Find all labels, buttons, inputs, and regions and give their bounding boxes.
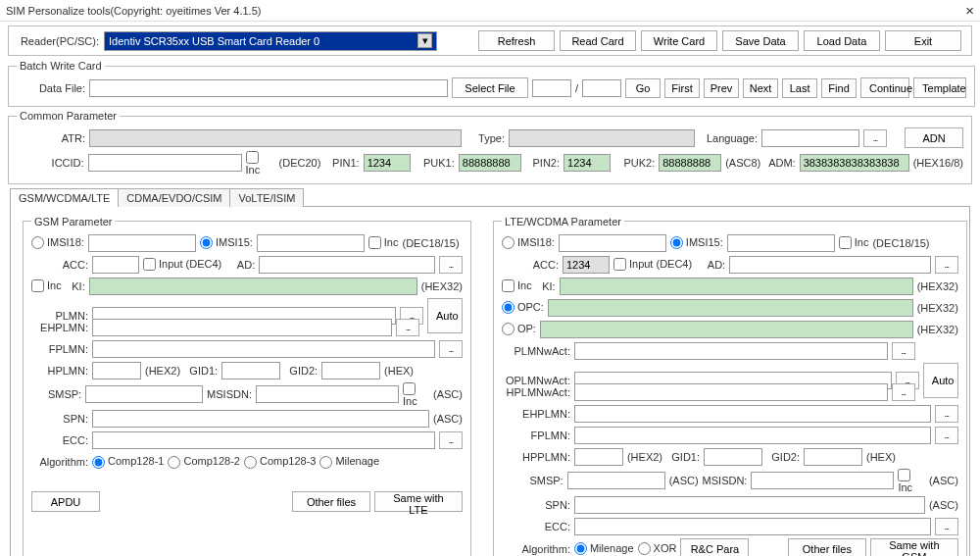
- type-input[interactable]: [509, 129, 695, 147]
- lte-opc-radio[interactable]: OPC:: [502, 301, 544, 315]
- lte-msisdn-input[interactable]: [751, 472, 894, 489]
- lte-op-radio[interactable]: OP:: [502, 323, 536, 336]
- gsm-msisdn-input[interactable]: [256, 385, 399, 403]
- exit-button[interactable]: Exit: [885, 30, 961, 51]
- savedata-button[interactable]: Save Data: [722, 30, 799, 51]
- gsm-imsi15-radio[interactable]: IMSI15:: [200, 236, 253, 250]
- lte-ad-dots[interactable]: ...: [935, 256, 958, 274]
- loaddata-button[interactable]: Load Data: [804, 30, 880, 51]
- batch-from-input[interactable]: [532, 79, 571, 97]
- lte-msisdn-inc-checkbox[interactable]: Inc: [898, 469, 924, 494]
- prev-button[interactable]: Prev: [704, 78, 739, 98]
- language-dots-button[interactable]: ...: [863, 129, 887, 147]
- next-button[interactable]: Next: [743, 78, 778, 98]
- template-button[interactable]: Template: [913, 77, 966, 98]
- gsm-smsp-input[interactable]: [85, 385, 203, 403]
- lte-plmnwact-dots[interactable]: ...: [892, 342, 915, 360]
- language-input[interactable]: [761, 129, 859, 147]
- lte-imsi15-input[interactable]: [727, 234, 835, 252]
- puk1-input[interactable]: [459, 154, 521, 172]
- lte-inputdec4-checkbox[interactable]: Input (DEC4): [613, 258, 692, 272]
- adn-button[interactable]: ADN: [905, 127, 963, 148]
- find-button[interactable]: Find: [821, 78, 857, 98]
- go-button[interactable]: Go: [625, 78, 661, 98]
- gsm-otherfiles-button[interactable]: Other files: [292, 491, 370, 512]
- gsm-fplmn-input[interactable]: [92, 340, 435, 358]
- rcpara-button[interactable]: R&C Para: [680, 538, 749, 556]
- lte-milenage-radio[interactable]: Milenage: [574, 542, 634, 556]
- pin2-input[interactable]: [564, 154, 611, 172]
- gsm-comp1281-radio[interactable]: Comp128-1: [92, 455, 164, 469]
- gsm-hplmn-input[interactable]: [92, 362, 141, 379]
- gsm-ki-input[interactable]: [89, 278, 417, 295]
- lte-ehplmn-input[interactable]: [574, 405, 931, 423]
- iccid-inc-checkbox[interactable]: Inc: [246, 150, 275, 176]
- readcard-button[interactable]: Read Card: [560, 30, 636, 51]
- lte-hplmnwact-dots[interactable]: ...: [892, 383, 915, 401]
- lte-plmnwact-input[interactable]: [574, 342, 888, 360]
- samewgsm-button[interactable]: Same with GSM: [870, 538, 958, 556]
- datafile-input[interactable]: [89, 79, 448, 97]
- gsm-ecc-dots[interactable]: ...: [439, 431, 463, 449]
- lte-smsp-input[interactable]: [567, 472, 665, 489]
- gsm-msisdn-inc-checkbox[interactable]: Inc: [403, 382, 429, 408]
- atr-input[interactable]: [89, 129, 462, 147]
- apdu-button[interactable]: APDU: [31, 491, 100, 512]
- lte-ecc-dots[interactable]: ...: [935, 518, 958, 535]
- gsm-acc-input[interactable]: [92, 256, 139, 274]
- chevron-down-icon[interactable]: ▾: [417, 33, 432, 48]
- lte-hpplmn-input[interactable]: [574, 448, 623, 466]
- lte-acc-input[interactable]: [563, 256, 610, 274]
- lte-spn-input[interactable]: [574, 496, 925, 514]
- last-button[interactable]: Last: [782, 78, 817, 98]
- lte-ki-inc-checkbox[interactable]: Inc: [502, 279, 532, 293]
- lte-gid1-input[interactable]: [704, 448, 762, 466]
- samewlte-button[interactable]: Same with LTE: [374, 491, 463, 512]
- gsm-inputdec4-checkbox[interactable]: Input (DEC4): [143, 258, 221, 272]
- lte-imsi15-radio[interactable]: IMSI15:: [670, 236, 723, 250]
- lte-gid2-input[interactable]: [804, 448, 862, 466]
- gsm-milenage-radio[interactable]: Milenage: [319, 455, 379, 469]
- gsm-gid1-input[interactable]: [221, 362, 280, 379]
- lte-hplmnwact-input[interactable]: [574, 383, 888, 401]
- batch-to-input[interactable]: [582, 79, 621, 97]
- lte-ecc-input[interactable]: [574, 518, 931, 535]
- lte-imsi18-input[interactable]: [559, 234, 666, 252]
- lte-otherfiles-button[interactable]: Other files: [788, 538, 866, 556]
- tab-volte-isim[interactable]: VoLTE/ISIM: [229, 188, 304, 207]
- gsm-fplmn-dots[interactable]: ...: [439, 340, 463, 358]
- lte-ad-input[interactable]: [729, 256, 931, 274]
- gsm-gid2-input[interactable]: [321, 362, 380, 379]
- writecard-button[interactable]: Write Card: [641, 30, 717, 51]
- gsm-comp1282-radio[interactable]: Comp128-2: [168, 455, 239, 469]
- lte-auto-button[interactable]: Auto: [923, 363, 958, 398]
- lte-op-input[interactable]: [540, 321, 913, 338]
- lte-xor-radio[interactable]: XOR: [638, 542, 677, 556]
- close-icon[interactable]: ×: [965, 3, 974, 18]
- selectfile-button[interactable]: Select File: [452, 77, 528, 98]
- gsm-ad-input[interactable]: [259, 256, 435, 274]
- tab-cdma-evdo-csim[interactable]: CDMA/EVDO/CSIM: [118, 188, 230, 207]
- lte-opc-input[interactable]: [548, 299, 913, 317]
- gsm-spn-input[interactable]: [92, 410, 429, 428]
- adm-input[interactable]: [800, 154, 909, 172]
- gsm-ki-inc-checkbox[interactable]: Inc: [31, 279, 62, 293]
- lte-fplmn-input[interactable]: [574, 427, 931, 444]
- lte-imsi-inc-checkbox[interactable]: Inc: [839, 236, 869, 250]
- lte-imsi18-radio[interactable]: IMSI18:: [502, 236, 555, 250]
- gsm-imsi18-radio[interactable]: IMSI18:: [31, 236, 84, 250]
- lte-fplmn-dots[interactable]: ...: [935, 427, 958, 444]
- gsm-ehplmn-input[interactable]: [92, 319, 392, 336]
- iccid-input[interactable]: [88, 154, 242, 172]
- puk2-input[interactable]: [659, 154, 721, 172]
- gsm-ehplmn-dots[interactable]: ...: [396, 319, 419, 336]
- tab-gsm-wcdma-lte[interactable]: GSM/WCDMA/LTE: [10, 188, 119, 207]
- gsm-imsi-inc-checkbox[interactable]: Inc: [368, 236, 399, 250]
- reader-combo[interactable]: Identiv SCR35xx USB Smart Card Reader 0 …: [104, 31, 437, 51]
- lte-ehplmn-dots[interactable]: ...: [935, 405, 958, 423]
- gsm-imsi18-input[interactable]: [88, 234, 196, 252]
- pin1-input[interactable]: [364, 154, 411, 172]
- gsm-comp1283-radio[interactable]: Comp128-3: [244, 455, 316, 469]
- lte-ki-input[interactable]: [560, 278, 913, 295]
- gsm-imsi15-input[interactable]: [257, 234, 365, 252]
